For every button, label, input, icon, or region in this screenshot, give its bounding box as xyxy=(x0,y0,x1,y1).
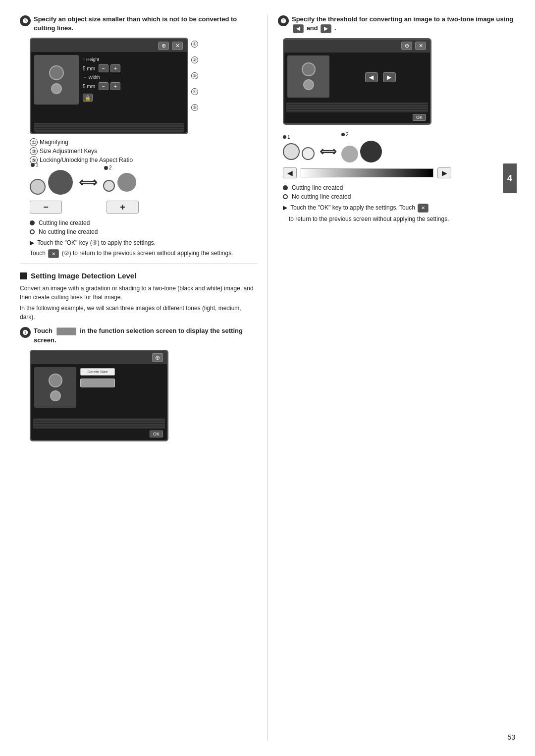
plus-button[interactable]: + xyxy=(107,201,139,214)
device-screen-left: ⊕ ✕ ↑ Height 5 xyxy=(30,38,188,134)
ok-button-setting[interactable]: OK xyxy=(150,431,163,437)
circle-group-2: 2 xyxy=(103,173,136,192)
thresh-circles-2 xyxy=(341,141,382,162)
right-circ-1 xyxy=(302,62,316,76)
height-plus[interactable]: + xyxy=(110,64,120,72)
bullet-arrow-1: ▶ xyxy=(30,239,34,246)
step2-circle: ❷ xyxy=(278,15,289,26)
section-body-1: Convert an image with a gradation or sha… xyxy=(20,284,258,302)
setting-screen-topbar: ⊕ xyxy=(31,351,167,364)
right-arrow-btn[interactable]: ▶ xyxy=(383,72,396,82)
left-arrow-btn[interactable]: ◀ xyxy=(365,72,378,82)
magnify-btn-right[interactable]: ⊕ xyxy=(401,42,412,50)
dot-outline-1 xyxy=(30,229,35,234)
preview-circ-2 xyxy=(50,390,61,401)
right-preview xyxy=(287,55,329,98)
thresh-label-1: 1 xyxy=(283,134,290,140)
setting-screen: ⊕ Delete Size OK xyxy=(30,350,168,441)
cutting-indicators-left: Cutting line created No cutting line cre… xyxy=(30,219,258,235)
right-circ-2 xyxy=(303,79,314,90)
threshold-diagram: 1 ⟺ 2 xyxy=(283,131,515,162)
step2-text: Specify the threshold for converting an … xyxy=(292,15,515,33)
arrow-icon: ⟺ xyxy=(79,175,97,190)
arrow-right-btn: ▶ xyxy=(321,24,331,33)
step1-circle: ❶ xyxy=(20,327,31,338)
preview-circ-1 xyxy=(49,374,62,387)
striped-area xyxy=(34,123,184,133)
preview-circle-1 xyxy=(49,65,64,80)
slider-btn[interactable] xyxy=(80,378,115,387)
section-heading-text: Setting Image Detection Level xyxy=(31,271,136,280)
numbered-labels: ①Magnifying ③Size Adjustment Keys ⑤Locki… xyxy=(30,138,258,164)
setting-screen-body: Delete Size xyxy=(31,364,167,411)
circle-small-2 xyxy=(103,180,115,192)
height-value: 5 mm xyxy=(83,66,97,71)
device-screen-right: ⊕ ✕ ◀ ▶ OK xyxy=(283,38,431,125)
circle-large-filled xyxy=(48,170,73,195)
minus-button[interactable]: − xyxy=(30,201,62,214)
right-striped xyxy=(286,103,428,112)
lock-btn[interactable]: 🔒 xyxy=(83,94,93,102)
gradient-bar xyxy=(301,168,433,177)
cutting-line-created-right: Cutting line created xyxy=(283,184,515,191)
no-cutting-line-right: No cutting line created xyxy=(283,193,515,200)
circle-small-outline xyxy=(30,179,46,195)
setting-preview xyxy=(34,367,76,408)
step1-text: Touch in the function selection screen t… xyxy=(34,326,258,344)
width-value: 5 mm xyxy=(83,84,97,89)
gradient-bar-row: ◀ ▶ xyxy=(283,167,451,178)
note-return: Touch ✕ (②) to return to the previous sc… xyxy=(30,249,258,258)
preview-area xyxy=(34,55,79,105)
cutting-line-created: Cutting line created xyxy=(30,219,258,226)
circles-1 xyxy=(30,170,73,195)
t-circ-1 xyxy=(283,143,300,160)
group-label-2: 2 xyxy=(104,165,112,170)
right-note-1: ▶ Touch the "OK" key to apply the settin… xyxy=(283,203,515,213)
magnify-btn-setting[interactable]: ⊕ xyxy=(152,353,163,362)
dot-outline-right xyxy=(283,194,288,199)
close-btn[interactable]: ✕ xyxy=(172,42,183,50)
height-label: ↑ Height xyxy=(83,57,99,62)
striped-area-setting xyxy=(33,418,165,429)
height-minus[interactable]: − xyxy=(99,64,108,72)
thresh-group-2: 2 xyxy=(341,141,382,162)
step3-text: Specify an object size smaller than whic… xyxy=(34,15,258,33)
bullet-arrow-right: ▶ xyxy=(283,204,287,211)
delete-size-btn[interactable]: Delete Size xyxy=(80,368,115,376)
ok-right-screen[interactable]: OK xyxy=(413,114,426,121)
screen-annotations: ① ② ③ ④ ⑤ xyxy=(191,41,198,111)
preview-circle-2 xyxy=(51,83,62,94)
gradient-right-btn[interactable]: ▶ xyxy=(437,167,451,178)
t-circ-2 xyxy=(302,147,315,160)
width-label: ← Width xyxy=(83,75,100,80)
step3-header: ❸ Specify an object size smaller than wh… xyxy=(20,15,258,33)
dot-filled-right xyxy=(283,185,288,190)
cutting-indicators-right: Cutting line created No cutting line cre… xyxy=(283,184,515,200)
note-apply: ▶ Touch the "OK" key (④) to apply the se… xyxy=(30,239,258,246)
thresh-label-2: 2 xyxy=(341,132,349,137)
x-button-inline: ✕ xyxy=(48,249,59,258)
pm-buttons: − + xyxy=(30,201,139,214)
gradient-left-btn[interactable]: ◀ xyxy=(283,167,297,178)
circles-2 xyxy=(103,173,136,192)
function-btn-inline xyxy=(56,327,76,335)
thresh-arrow: ⟺ xyxy=(320,145,336,159)
arrow-left-btn: ◀ xyxy=(293,24,304,33)
width-minus[interactable]: − xyxy=(99,82,108,90)
width-plus[interactable]: + xyxy=(110,82,120,90)
circle-large-2 xyxy=(117,173,136,192)
x-btn-right: ✕ xyxy=(418,204,428,213)
t-circ-3 xyxy=(341,146,358,162)
page-number: 53 xyxy=(507,733,515,741)
close-btn-right[interactable]: ✕ xyxy=(415,42,426,50)
section-tab: 4 xyxy=(503,163,517,193)
t-circ-4 xyxy=(360,141,382,162)
group-label-1: 1 xyxy=(31,162,39,167)
label-locking: ⑤Locking/Unlocking the Aspect Ratio xyxy=(30,156,258,164)
no-cutting-line: No cutting line created xyxy=(30,228,258,235)
black-square-icon xyxy=(20,272,27,279)
section-heading: Setting Image Detection Level xyxy=(20,271,258,280)
size-controls: ↑ Height 5 mm − + ← Width 5 mm − xyxy=(83,55,184,111)
label-size-adj: ③Size Adjustment Keys xyxy=(30,147,258,155)
magnify-btn[interactable]: ⊕ xyxy=(158,42,169,50)
